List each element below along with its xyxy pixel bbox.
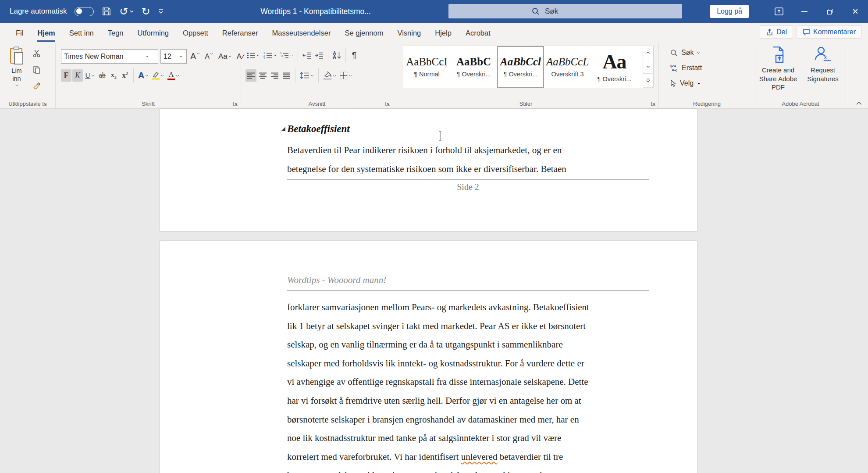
- tab-visning[interactable]: Visning: [390, 23, 428, 43]
- tab-hjem[interactable]: Hjem: [30, 23, 62, 43]
- share-button[interactable]: Del: [760, 25, 793, 39]
- align-right-button[interactable]: [269, 69, 280, 82]
- chevron-down-icon: [160, 75, 164, 77]
- style-normal[interactable]: AaBbCcI ¶ Normal: [403, 46, 450, 88]
- shrink-font-button[interactable]: A: [203, 50, 215, 63]
- tab-masseutsendelser[interactable]: Masseutsendelser: [265, 23, 338, 43]
- align-left-button[interactable]: [245, 69, 256, 82]
- line-spacing-button[interactable]: [299, 69, 315, 82]
- chevron-down-icon: [697, 52, 701, 54]
- superscript-button[interactable]: x2: [120, 69, 130, 82]
- paste-button[interactable]: Lim inn: [5, 47, 28, 96]
- heading-collapse-icon[interactable]: [281, 127, 285, 131]
- tab-utforming[interactable]: Utforming: [131, 23, 176, 43]
- style-heading1[interactable]: AaBbC ¶ Overskri...: [450, 46, 497, 88]
- clipboard-dialog-launcher[interactable]: [43, 101, 47, 106]
- show-paragraph-marks-button[interactable]: ¶: [349, 49, 359, 61]
- chevron-down-icon: [176, 75, 179, 77]
- title-bar: Lagre automatisk ↺ ↻ Wordtips 1 - Kompat…: [0, 0, 868, 23]
- undo-icon[interactable]: ↺: [119, 5, 133, 18]
- styles-scroll-down[interactable]: [643, 60, 653, 74]
- underline-button[interactable]: U: [84, 69, 96, 82]
- align-center-button[interactable]: [257, 69, 268, 82]
- tab-oppsett[interactable]: Oppsett: [176, 23, 215, 43]
- paste-label: Lim inn: [8, 67, 25, 82]
- copy-button[interactable]: [32, 64, 42, 76]
- comments-button[interactable]: Kommentarer: [797, 25, 862, 39]
- tab-tegn[interactable]: Tegn: [101, 23, 131, 43]
- style-title[interactable]: Aa ¶ Overskri...: [591, 46, 638, 88]
- shading-button[interactable]: [322, 69, 338, 82]
- document-page-2[interactable]: Betakoeffisient Betaverdien til Pear ind…: [160, 109, 697, 231]
- bullets-button[interactable]: [245, 49, 261, 61]
- save-icon[interactable]: [102, 7, 111, 16]
- close-button[interactable]: ×: [843, 0, 868, 23]
- highlight-button[interactable]: [151, 69, 165, 82]
- customize-qat-icon[interactable]: [158, 9, 164, 14]
- tab-hjelp[interactable]: Hjelp: [428, 23, 459, 43]
- tab-sett-inn[interactable]: Sett inn: [62, 23, 101, 43]
- borders-icon: [340, 72, 348, 79]
- clipboard-icon: [9, 47, 25, 65]
- font-color-button[interactable]: A: [166, 69, 181, 82]
- ribbon-tabs-row: Fil Hjem Sett inn Tegn Utforming Oppsett…: [0, 23, 868, 43]
- collapse-ribbon-button[interactable]: [856, 101, 862, 105]
- select-button[interactable]: Velg: [670, 79, 701, 87]
- divider: [295, 68, 295, 82]
- borders-button[interactable]: [338, 69, 353, 82]
- request-signatures-button[interactable]: x Request Signatures: [801, 47, 845, 83]
- chevron-down-icon: [145, 75, 149, 77]
- decrease-indent-button[interactable]: [301, 49, 313, 61]
- tab-fil[interactable]: Fil: [9, 23, 30, 43]
- body-line: selskaper med forholdsvis lik inntekt- o…: [287, 354, 658, 373]
- minimize-button[interactable]: [792, 0, 817, 23]
- search-box[interactable]: Søk: [448, 4, 682, 18]
- tab-referanser[interactable]: Referanser: [215, 23, 265, 43]
- tab-se-gjennom[interactable]: Se gjennom: [338, 23, 390, 43]
- italic-button[interactable]: K: [72, 69, 83, 82]
- style-heading3[interactable]: AaBbCcL Overskrift 3: [544, 46, 591, 88]
- styles-more-button[interactable]: [643, 74, 653, 88]
- subscript-button[interactable]: x2: [108, 69, 119, 82]
- search-icon: [532, 7, 540, 15]
- multilevel-list-button[interactable]: 1ai: [279, 49, 295, 61]
- restore-button[interactable]: [817, 0, 843, 23]
- increase-indent-button[interactable]: [313, 49, 325, 61]
- bold-button[interactable]: F: [61, 69, 71, 82]
- sign-in-button[interactable]: Logg på: [710, 5, 749, 18]
- group-editing: Søk bc Erstatt Velg Redigering: [659, 43, 755, 108]
- sort-button[interactable]: A A: [331, 49, 342, 61]
- text-effects-button[interactable]: A: [137, 69, 150, 82]
- justify-button[interactable]: [281, 69, 292, 82]
- autosave-toggle[interactable]: [75, 7, 94, 16]
- search-icon: [670, 49, 678, 57]
- grow-font-button[interactable]: A: [189, 50, 201, 63]
- font-size-combo[interactable]: 12: [160, 49, 187, 64]
- font-dialog-launcher[interactable]: [233, 101, 238, 106]
- font-family-combo[interactable]: Times New Roman: [61, 49, 158, 64]
- redo-icon[interactable]: ↻: [142, 6, 150, 17]
- font-color-icon: A: [167, 71, 175, 80]
- styles-dialog-launcher[interactable]: [651, 101, 656, 106]
- cut-button[interactable]: [32, 47, 42, 60]
- replace-button[interactable]: bc Erstatt: [670, 64, 702, 72]
- change-case-button[interactable]: Aa: [217, 50, 233, 63]
- style-heading2-selected[interactable]: AaBbCcl ¶ Overskri...: [497, 46, 544, 88]
- document-page-3[interactable]: Wordtips - Woooord mann! forklarer samva…: [160, 241, 697, 473]
- font-size-value: 12: [164, 53, 179, 61]
- tab-acrobat[interactable]: Acrobat: [459, 23, 498, 43]
- autosave-label: Lagre automatisk: [10, 7, 67, 16]
- divider: [318, 68, 319, 82]
- styles-scroll-up[interactable]: [643, 46, 653, 60]
- find-button[interactable]: Søk: [670, 49, 701, 57]
- strikethrough-button[interactable]: ab: [97, 69, 107, 82]
- document-canvas[interactable]: Betakoeffisient Betaverdien til Pear ind…: [0, 109, 868, 473]
- format-painter-button[interactable]: [32, 80, 42, 92]
- chevron-down-icon: [15, 84, 18, 86]
- numbering-button[interactable]: 123: [262, 49, 278, 61]
- paragraph-dialog-launcher[interactable]: [385, 101, 390, 106]
- ribbon-display-options-icon[interactable]: [766, 0, 792, 23]
- create-pdf-button[interactable]: Create and Share Adobe PDF: [756, 47, 800, 92]
- group-styles: AaBbCcI ¶ Normal AaBbC ¶ Overskri... AaB…: [393, 43, 659, 108]
- svg-text:b: b: [670, 64, 672, 68]
